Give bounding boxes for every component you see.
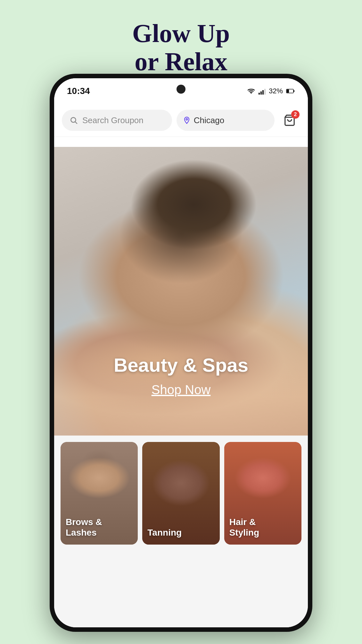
svg-point-0 bbox=[251, 93, 251, 94]
svg-line-5 bbox=[75, 122, 77, 124]
location-text: Chicago bbox=[194, 115, 224, 125]
status-icons: 32% bbox=[247, 87, 295, 95]
hair-styling-label: Hair & Styling bbox=[229, 517, 296, 538]
search-placeholder: Search Groupon bbox=[82, 115, 144, 125]
search-input[interactable]: Search Groupon bbox=[62, 110, 172, 131]
brows-lashes-label: Brows & Lashes bbox=[66, 517, 133, 538]
hero-title: Beauty & Spas bbox=[54, 354, 308, 376]
headline: Glow Up or Relax bbox=[0, 19, 362, 76]
category-tile-hair-styling[interactable]: Hair & Styling bbox=[224, 442, 301, 545]
svg-rect-3 bbox=[293, 90, 294, 92]
camera-notch bbox=[177, 85, 185, 94]
phone-frame: 10:34 32% bbox=[50, 74, 312, 632]
hero-banner[interactable]: Beauty & Spas Shop Now bbox=[54, 147, 308, 436]
cart-button[interactable]: 2 bbox=[279, 110, 300, 131]
search-icon bbox=[70, 116, 78, 124]
hero-text-area: Beauty & Spas Shop Now bbox=[54, 354, 308, 397]
search-bar-area: Search Groupon Chicago 2 bbox=[54, 104, 308, 137]
battery-icon bbox=[286, 89, 295, 94]
location-input[interactable]: Chicago bbox=[177, 110, 275, 131]
phone-screen: 10:34 32% bbox=[54, 78, 308, 627]
svg-point-4 bbox=[71, 117, 76, 122]
battery-level: 32% bbox=[269, 87, 283, 95]
tanning-label: Tanning bbox=[147, 527, 214, 538]
category-tile-brows-lashes[interactable]: Brows & Lashes bbox=[61, 442, 138, 545]
cart-badge: 2 bbox=[291, 110, 300, 119]
location-pin-icon bbox=[183, 116, 191, 124]
status-time: 10:34 bbox=[67, 86, 90, 96]
category-tiles: Brows & Lashes Tanning Hair & Styling bbox=[54, 436, 308, 627]
signal-bars bbox=[259, 88, 266, 95]
headline-line1: Glow Up bbox=[0, 19, 362, 47]
hero-shop-now-link[interactable]: Shop Now bbox=[54, 383, 308, 397]
wifi-icon bbox=[247, 88, 255, 95]
headline-line2: or Relax bbox=[0, 47, 362, 76]
svg-point-6 bbox=[186, 119, 187, 120]
svg-rect-2 bbox=[287, 89, 289, 93]
category-tile-tanning[interactable]: Tanning bbox=[142, 442, 219, 545]
